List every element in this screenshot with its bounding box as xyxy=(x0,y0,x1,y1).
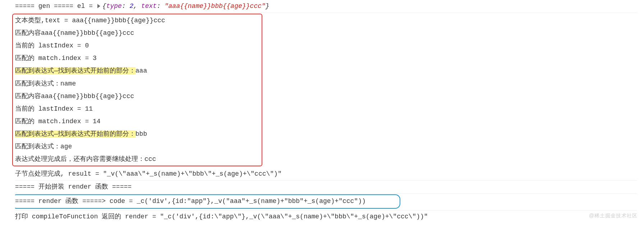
log-line: 表达式处理完成后，还有内容需要继续处理：ccc xyxy=(15,153,262,166)
highlight-box-red: 文本类型,text = aaa{{name}}bbb{{age}}ccc匹配内容… xyxy=(12,14,262,166)
watermark-text: @稀土掘金技术社区 xyxy=(589,211,638,221)
log-line: 打印 compileToFunction 返回的 render = "_c('d… xyxy=(15,210,637,223)
log-line: 匹配到表达式：name xyxy=(15,78,262,90)
log-line: 文本类型,text = aaa{{name}}bbb{{age}}ccc xyxy=(15,14,262,27)
highlighted-text: 匹配到表达式—找到表达式开始前的部分： xyxy=(15,130,135,138)
log-line: 匹配到表达式—找到表达式开始前的部分：aaa xyxy=(15,65,262,77)
highlighted-text: 匹配到表达式—找到表达式开始前的部分： xyxy=(15,67,135,74)
object-preview[interactable]: {type: 2, text: "aaa{{name}}bbb{{age}}cc… xyxy=(102,3,270,10)
log-line: 匹配内容aaa{{name}}bbb{{age}}ccc xyxy=(15,90,262,103)
log-line: ===== 开始拼装 render 函数 ===== xyxy=(15,181,637,194)
console-panel: ===== gen ===== el = {type: 2, text: "aa… xyxy=(0,0,644,223)
log-line: 子节点处理完成, result = "_v(\"aaa\"+_s(name)+\… xyxy=(15,168,637,181)
log-line-blue-wrap: ===== render 函数 =====> code = _c('div',{… xyxy=(15,194,637,210)
highlight-box-blue: ===== render 函数 =====> code = _c('div',{… xyxy=(15,194,400,208)
log-line: 匹配的 match.index = 14 xyxy=(15,115,262,128)
log-prefix: ===== gen ===== el = xyxy=(15,3,97,10)
log-line: 当前的 lastIndex = 0 xyxy=(15,40,262,52)
log-line: 匹配到表达式—找到表达式开始前的部分：bbb xyxy=(15,128,262,140)
log-line: 匹配内容aaa{{name}}bbb{{age}}ccc xyxy=(15,27,262,40)
log-line-object[interactable]: ===== gen ===== el = {type: 2, text: "aa… xyxy=(15,0,637,13)
log-line: 当前的 lastIndex = 11 xyxy=(15,103,262,115)
log-line: 匹配的 match.index = 3 xyxy=(15,52,262,65)
log-line: 匹配到表达式：age xyxy=(15,140,262,153)
expand-arrow-icon[interactable] xyxy=(97,4,100,8)
